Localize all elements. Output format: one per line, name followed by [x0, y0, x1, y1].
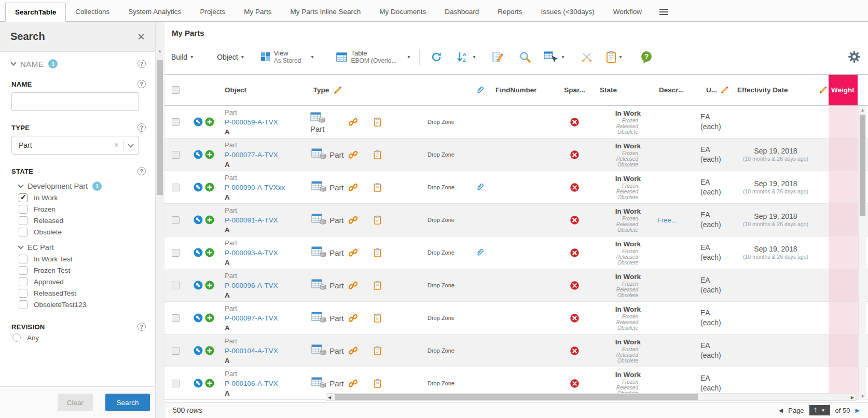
open-info-icon[interactable]: [194, 379, 203, 388]
scroll-right-icon[interactable]: ▶: [851, 394, 854, 401]
row-checkbox[interactable]: [172, 184, 180, 191]
link-icon[interactable]: [349, 183, 357, 192]
row-checkbox[interactable]: [172, 216, 180, 224]
link-icon[interactable]: [349, 118, 357, 127]
name-input[interactable]: [11, 92, 139, 111]
drop-zone[interactable]: Drop Zone: [428, 151, 454, 158]
paperclip-icon[interactable]: [476, 248, 484, 257]
drop-zone[interactable]: Drop Zone: [428, 119, 454, 125]
scroll-down-icon[interactable]: ▼: [859, 394, 866, 399]
nav-tab[interactable]: My Parts Inline Search: [281, 2, 370, 21]
state-checkbox[interactable]: [19, 266, 27, 275]
row-checkbox[interactable]: [172, 347, 180, 355]
nav-tab[interactable]: Issues (<30days): [532, 2, 604, 21]
object-menu-button[interactable]: Object ▾: [217, 53, 244, 61]
cut-links-button[interactable]: [580, 50, 594, 64]
clipboard-icon[interactable]: [374, 379, 381, 388]
settings-button[interactable]: [848, 50, 861, 63]
column-header-uom[interactable]: U...: [695, 75, 734, 105]
chevron-down-icon[interactable]: [128, 142, 133, 147]
nav-tab[interactable]: SearchTable: [5, 3, 66, 22]
row-checkbox[interactable]: [172, 282, 180, 289]
sidebar-scrollbar[interactable]: ▲: [156, 22, 164, 418]
help-icon[interactable]: ?: [137, 60, 146, 68]
add-icon[interactable]: [205, 313, 214, 323]
link-icon[interactable]: [349, 248, 357, 257]
paperclip-icon[interactable]: [476, 183, 484, 192]
description-link[interactable]: Free...: [657, 216, 695, 224]
clipboard-button[interactable]: ▾: [606, 51, 622, 63]
nav-tab[interactable]: My Documents: [370, 2, 435, 21]
column-header-state[interactable]: State: [591, 75, 646, 105]
column-header-weight[interactable]: Weight: [829, 75, 858, 105]
drop-zone[interactable]: Drop Zone: [428, 282, 454, 288]
table-selector[interactable]: Table EBOM (Overlo... ▾: [336, 49, 410, 65]
column-header-effectivity[interactable]: Effectivity Date: [734, 75, 817, 105]
column-header-attachments[interactable]: [470, 75, 490, 105]
nav-tab[interactable]: Projects: [190, 2, 235, 21]
open-info-icon[interactable]: [194, 346, 203, 355]
column-header-object[interactable]: Object: [221, 75, 306, 105]
nav-tab[interactable]: Dashboard: [435, 2, 488, 21]
open-info-icon[interactable]: [194, 281, 203, 290]
part-number-link[interactable]: P-000091-A-TVX: [225, 215, 306, 225]
type-combobox[interactable]: Part ×: [11, 136, 139, 155]
part-number-link[interactable]: P-000090-A-TVXxx: [225, 183, 306, 192]
add-icon[interactable]: [205, 215, 214, 225]
state-option[interactable]: Released: [19, 216, 146, 225]
add-icon[interactable]: [205, 117, 214, 127]
part-number-link[interactable]: P-000104-A-TVX: [225, 346, 306, 356]
nav-tab[interactable]: Collections: [66, 2, 119, 21]
page-prev-icon[interactable]: ◀: [779, 407, 783, 414]
revision-radio[interactable]: [12, 333, 21, 342]
link-icon[interactable]: [349, 314, 357, 323]
state-checkbox[interactable]: [19, 216, 27, 225]
nav-tab[interactable]: System Analytics: [119, 2, 190, 21]
column-header-findnumber[interactable]: FindNumber: [490, 75, 558, 105]
part-number-link[interactable]: P-000106-A-TVX: [225, 379, 306, 388]
state-option[interactable]: In Work Test: [19, 255, 146, 263]
state-option[interactable]: Obsolete: [19, 228, 146, 236]
table-pointer-button[interactable]: ▾: [544, 51, 564, 63]
help-icon[interactable]: ?: [137, 167, 146, 175]
state-option[interactable]: ObsoleteTest123: [19, 300, 146, 309]
tab-overflow-button[interactable]: [651, 2, 676, 21]
pencil-icon[interactable]: [721, 86, 728, 94]
row-checkbox[interactable]: [172, 118, 180, 126]
add-icon[interactable]: [205, 183, 214, 192]
nav-tab[interactable]: Reports: [488, 2, 531, 21]
state-group-development-part[interactable]: Development Part 1: [19, 182, 146, 191]
vertical-scrollbar-thumb[interactable]: [860, 115, 865, 216]
help-button[interactable]: ?: [640, 50, 653, 64]
part-number-link[interactable]: P-000096-A-TVX: [225, 281, 306, 290]
add-icon[interactable]: [205, 248, 214, 257]
search-button[interactable]: Search: [105, 394, 150, 411]
column-header-spare[interactable]: Spar...: [558, 75, 591, 105]
build-menu-button[interactable]: Build ▾: [171, 53, 193, 61]
close-icon[interactable]: ×: [137, 31, 145, 43]
scroll-up-icon[interactable]: ▲: [156, 49, 164, 53]
open-info-icon[interactable]: [194, 117, 203, 127]
open-info-icon[interactable]: [194, 248, 203, 257]
scroll-left-icon[interactable]: ◀: [328, 394, 331, 401]
page-select[interactable]: 1 ▼: [809, 405, 830, 415]
clipboard-icon[interactable]: [374, 117, 381, 127]
sort-button[interactable]: AZ ▾: [456, 51, 475, 63]
open-info-icon[interactable]: [194, 183, 203, 192]
drop-zone[interactable]: Drop Zone: [428, 184, 454, 190]
link-icon[interactable]: [349, 379, 357, 388]
clipboard-icon[interactable]: [374, 183, 381, 192]
scroll-up-icon[interactable]: ▲: [859, 108, 866, 113]
horizontal-scrollbar-thumb[interactable]: [335, 394, 698, 400]
column-header-edit[interactable]: [817, 75, 829, 105]
state-checkbox[interactable]: [19, 228, 27, 236]
drop-zone[interactable]: Drop Zone: [428, 249, 454, 256]
drop-zone[interactable]: Drop Zone: [428, 380, 454, 386]
state-option[interactable]: Frozen Test: [19, 266, 146, 275]
link-icon[interactable]: [349, 346, 357, 355]
state-group-ec-part[interactable]: EC Part: [19, 243, 146, 252]
help-icon[interactable]: ?: [137, 80, 146, 88]
state-checkbox[interactable]: [19, 277, 27, 286]
pencil-icon[interactable]: [334, 86, 342, 94]
criteria-summary-toggle[interactable]: NAME 1: [11, 59, 58, 68]
